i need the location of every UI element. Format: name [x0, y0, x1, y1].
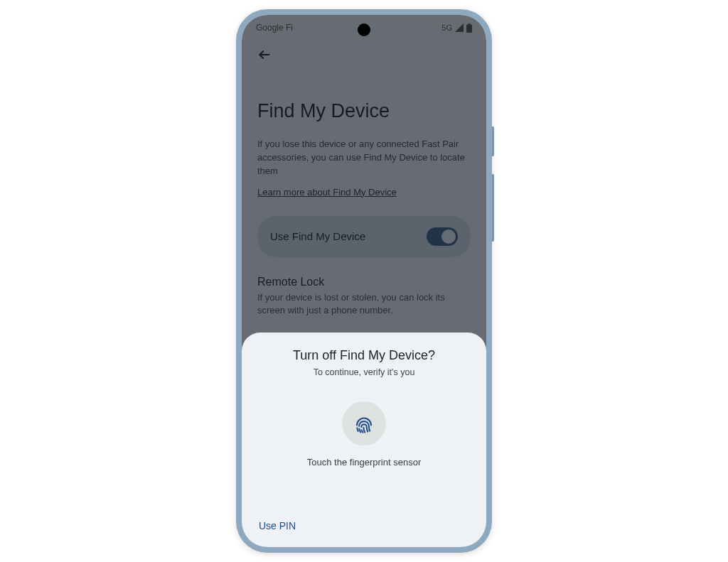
sheet-title: Turn off Find My Device?	[257, 348, 471, 363]
signal-icon	[454, 23, 464, 32]
status-icons: 5G	[441, 23, 472, 33]
power-button	[492, 126, 494, 156]
fingerprint-sensor[interactable]	[342, 401, 386, 445]
carrier-label: Google Fi	[256, 23, 293, 33]
biometric-sheet: Turn off Find My Device? To continue, ve…	[242, 333, 486, 547]
network-label: 5G	[441, 23, 452, 32]
svg-rect-1	[469, 23, 471, 25]
sheet-subtitle: To continue, verify it's you	[257, 367, 471, 377]
battery-icon	[466, 23, 472, 33]
fingerprint-icon	[353, 413, 375, 434]
svg-rect-0	[466, 24, 472, 33]
phone-frame: Google Fi 5G Find My Device If you lose …	[236, 9, 492, 553]
volume-button	[492, 174, 494, 242]
use-pin-button[interactable]: Use PIN	[257, 516, 297, 536]
camera-cutout	[358, 23, 370, 36]
screen: Google Fi 5G Find My Device If you lose …	[242, 15, 486, 547]
fingerprint-instruction: Touch the fingerprint sensor	[307, 457, 421, 468]
